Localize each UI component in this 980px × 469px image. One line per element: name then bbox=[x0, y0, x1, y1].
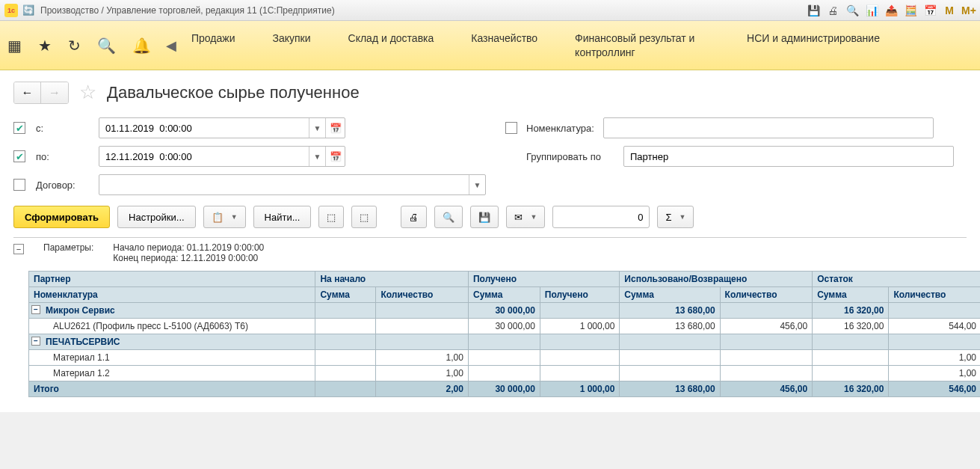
cell-na_qty bbox=[376, 319, 469, 334]
settings-button[interactable]: Настройки... bbox=[117, 206, 196, 228]
row-toggle[interactable]: − bbox=[31, 305, 40, 314]
mail-button[interactable]: ✉▼ bbox=[506, 206, 545, 228]
cell-pol_qty bbox=[540, 303, 620, 319]
forward-button[interactable]: → bbox=[41, 82, 68, 103]
table-row[interactable]: Итого2,0030 000,001 000,0013 680,00456,0… bbox=[29, 381, 981, 397]
page-title: Давальческое сырье полученное bbox=[107, 83, 360, 102]
to-calendar-icon[interactable]: 📅 bbox=[325, 147, 345, 166]
search-icon[interactable]: 🔍 bbox=[97, 37, 116, 55]
params-label: Параметры: bbox=[43, 242, 111, 253]
th-nachalo: На начало bbox=[315, 272, 469, 287]
nav-item-finresult[interactable]: Финансовый результат и контроллинг bbox=[575, 31, 709, 58]
from-dropdown[interactable]: ▼ bbox=[309, 118, 325, 138]
back-button[interactable]: ← bbox=[14, 82, 41, 103]
export-icon[interactable]: 📤 bbox=[884, 4, 898, 17]
calc-icon[interactable]: 🧮 bbox=[904, 4, 917, 17]
sum-input[interactable] bbox=[552, 206, 650, 228]
cell-pol_qty bbox=[540, 334, 620, 350]
save-button[interactable]: 💾 bbox=[470, 206, 499, 228]
bell-icon[interactable]: 🔔 bbox=[132, 37, 151, 55]
save-icon[interactable]: 💾 bbox=[807, 4, 820, 17]
nav-item-purchases[interactable]: Закупки bbox=[272, 31, 310, 58]
toolbar: Сформировать Настройки... 📋▼ Найти... ⬚ … bbox=[13, 206, 967, 228]
table-row[interactable]: ALU2621 (Профиль пресс L-5100 (АД6063) Т… bbox=[29, 319, 981, 334]
param1-label: Начало периода: bbox=[113, 242, 184, 253]
cell-pol_sum bbox=[468, 366, 540, 381]
from-checkbox[interactable]: ✔ bbox=[13, 122, 25, 134]
group-input-group bbox=[623, 146, 954, 167]
cell-na_sum bbox=[315, 334, 376, 350]
compare-icon[interactable]: 📊 bbox=[865, 4, 878, 17]
from-input-group: ▼ 📅 bbox=[99, 117, 345, 138]
table-row[interactable]: Материал 1.21,001,00 bbox=[29, 366, 981, 381]
nav-item-treasury[interactable]: Казначейство bbox=[471, 31, 537, 58]
group-input[interactable] bbox=[624, 147, 953, 166]
sigma-button[interactable]: Σ▼ bbox=[657, 206, 694, 228]
apps-icon[interactable]: ▦ bbox=[7, 37, 22, 55]
cell-ost_qty bbox=[889, 303, 980, 319]
nomen-input[interactable] bbox=[604, 118, 933, 138]
cell-isp_qty bbox=[720, 334, 813, 350]
nav-item-sales[interactable]: Продажи bbox=[191, 31, 235, 58]
cell-na_qty: 1,00 bbox=[376, 366, 469, 381]
dogovor-input[interactable] bbox=[99, 175, 469, 194]
preview-icon[interactable]: 🔍 bbox=[845, 4, 859, 17]
form-button[interactable]: Сформировать bbox=[13, 206, 110, 228]
report-table: Партнер На начало Получено Использовано/… bbox=[28, 271, 980, 397]
history-icon[interactable]: ↻ bbox=[68, 37, 81, 55]
window-title: Производство / Управление торговлей, ред… bbox=[40, 5, 807, 16]
table-row[interactable]: Материал 1.11,001,00 bbox=[29, 350, 981, 366]
favorite-star[interactable]: ☆ bbox=[79, 81, 96, 104]
to-input-group: ▼ 📅 bbox=[99, 146, 345, 167]
nav-quickicons: ▦ ★ ↻ 🔍 🔔 bbox=[7, 37, 151, 55]
expand-button[interactable]: ⬚ bbox=[318, 206, 344, 228]
preview-button[interactable]: 🔍 bbox=[434, 206, 463, 228]
nomen-input-group bbox=[603, 117, 934, 138]
nav-chevron-left[interactable]: ◀ bbox=[166, 37, 176, 54]
print-icon[interactable]: 🖨 bbox=[826, 4, 839, 17]
table-row[interactable]: −ПЕЧАТЬСЕРВИС bbox=[29, 334, 981, 350]
m-icon[interactable]: M bbox=[943, 4, 956, 17]
cell-na_qty bbox=[376, 303, 469, 319]
dogovor-label: Договор: bbox=[36, 180, 88, 191]
th-nomen: Номенклатура bbox=[29, 287, 315, 303]
cell-ost_sum bbox=[813, 350, 889, 366]
m-plus-icon[interactable]: M+ bbox=[962, 4, 976, 17]
cell-pol_sum: 30 000,00 bbox=[468, 319, 540, 334]
nomen-checkbox[interactable] bbox=[505, 122, 517, 134]
cell-pol_qty: 1 000,00 bbox=[540, 319, 620, 334]
collapse-button[interactable]: ⬚ bbox=[351, 206, 377, 228]
row-toggle[interactable]: − bbox=[31, 337, 40, 346]
nav-items: Продажи Закупки Склад и доставка Казначе… bbox=[191, 31, 973, 58]
from-date-input[interactable] bbox=[99, 118, 309, 138]
cell-na_sum bbox=[315, 350, 376, 366]
nav-arrows: ← → bbox=[13, 82, 69, 104]
calendar-icon[interactable]: 📅 bbox=[923, 4, 937, 17]
from-calendar-icon[interactable]: 📅 bbox=[325, 118, 345, 138]
nav-item-nsi[interactable]: НСИ и администрирование bbox=[747, 31, 880, 58]
find-button[interactable]: Найти... bbox=[253, 206, 312, 228]
row-name-cell: ALU2621 (Профиль пресс L-5100 (АД6063) Т… bbox=[29, 319, 315, 334]
cell-na_sum bbox=[315, 381, 376, 397]
th-isp-kolvo: Количество bbox=[720, 287, 813, 303]
star-icon[interactable]: ★ bbox=[38, 37, 52, 55]
print-button[interactable]: 🖨 bbox=[401, 206, 427, 228]
table-row[interactable]: −Микрон Сервис30 000,0013 680,0016 320,0… bbox=[29, 303, 981, 319]
variants-button[interactable]: 📋▼ bbox=[203, 206, 246, 228]
cell-na_sum bbox=[315, 366, 376, 381]
to-checkbox[interactable]: ✔ bbox=[13, 150, 25, 162]
cell-ost_sum: 16 320,00 bbox=[813, 381, 889, 397]
cell-pol_qty bbox=[540, 366, 620, 381]
app-logo-1c: 1c bbox=[4, 4, 18, 17]
to-label: по: bbox=[36, 151, 88, 162]
nav-item-warehouse[interactable]: Склад и доставка bbox=[348, 31, 434, 58]
dogovor-checkbox[interactable] bbox=[13, 179, 25, 191]
to-dropdown[interactable]: ▼ bbox=[309, 147, 325, 166]
to-date-input[interactable] bbox=[99, 147, 309, 166]
app-refresh-icon[interactable]: 🔄 bbox=[22, 4, 34, 16]
cell-isp_qty bbox=[720, 366, 813, 381]
dogovor-dropdown[interactable]: ▼ bbox=[469, 175, 485, 194]
report-collapse-toggle[interactable]: − bbox=[13, 244, 24, 254]
report-area: − Параметры: Начало периода: 01.11.2019 … bbox=[13, 237, 967, 397]
th-pol-polucheno: Получено bbox=[540, 287, 620, 303]
